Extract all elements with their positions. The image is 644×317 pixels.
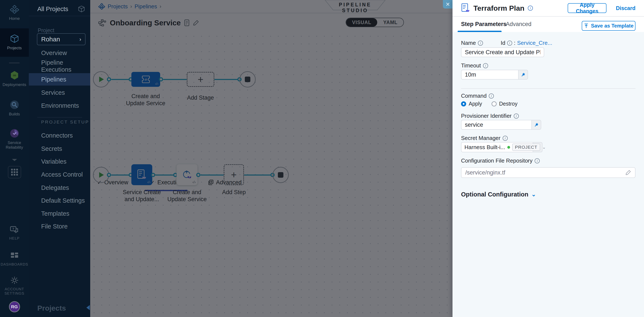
nav-builds-label: Builds <box>9 112 20 116</box>
nav-help[interactable]: ? HELP <box>0 226 29 241</box>
provisioner-identifier-input[interactable] <box>461 120 532 130</box>
info-icon[interactable]: i <box>483 63 488 68</box>
nav-collapse-modules[interactable] <box>0 158 29 162</box>
info-icon[interactable]: i <box>507 40 512 46</box>
sidebar-item-services[interactable]: Services <box>29 86 90 99</box>
nav-srm-label: ServiceReliability <box>6 140 23 150</box>
info-icon[interactable]: i <box>502 136 508 141</box>
drawer-tabs: Step Parameters Advanced Save as Templat… <box>452 17 644 32</box>
user-menu[interactable]: RG <box>0 301 29 312</box>
avatar[interactable]: RG <box>9 301 20 312</box>
provisioner-field-group <box>461 120 541 130</box>
config-file-repository-field[interactable]: /service/nginx.tf <box>461 167 636 178</box>
secret-manager-group: Harness Built-i... PROJECT ⌄ <box>461 142 542 152</box>
dashboards-icon <box>10 251 19 260</box>
radio-unselected-icon <box>492 101 497 106</box>
nav-projects-label: Projects <box>7 46 22 50</box>
chevron-down-icon: ⌄ <box>532 191 536 198</box>
svg-text:?: ? <box>12 227 14 230</box>
nav-deployments-label: Deployments <box>2 82 26 87</box>
save-as-template-button[interactable]: Save as Template <box>582 21 636 31</box>
nav-projects[interactable]: Projects <box>0 34 29 50</box>
divider <box>29 16 90 16</box>
sidebar-item-environments[interactable]: Environments <box>29 100 90 112</box>
info-icon[interactable]: i <box>514 114 519 118</box>
name-label: Namei <box>461 40 483 46</box>
terraform-plan-icon <box>461 3 470 13</box>
sidebar-item-access-control[interactable]: Access Control <box>29 168 90 181</box>
name-input[interactable] <box>461 47 544 57</box>
command-label: Commandi <box>461 92 494 99</box>
command-radio-group: Apply Destroy <box>461 101 518 107</box>
project-setup-header: PROJECT SETUP <box>41 120 89 124</box>
radio-selected-icon <box>461 101 466 106</box>
tab-advanced[interactable]: Advanced <box>506 21 532 28</box>
secret-manager-select[interactable]: Harness Built-i... PROJECT ⌄ <box>461 142 533 152</box>
sidebar-item-connectors[interactable]: Connectors <box>29 129 90 142</box>
step-id-link[interactable]: Service_Cre... <box>517 40 552 46</box>
project-selector[interactable]: Rohan › <box>37 33 86 45</box>
nav-account-label: ACCOUNTSETTINGS <box>4 287 24 296</box>
deployments-icon: ∞ <box>10 70 20 80</box>
cube-icon[interactable] <box>78 5 85 13</box>
help-chat-icon: ? <box>10 226 20 234</box>
pipeline-canvas: Projects › Pipelines › PIPELINE STUDIO O… <box>90 0 452 317</box>
nav-module-picker[interactable] <box>0 166 29 178</box>
module-nav: Home Projects ∞ Deployments <box>0 0 29 317</box>
timeout-input[interactable] <box>461 70 518 80</box>
tab-step-parameters[interactable]: Step Parameters <box>461 21 506 28</box>
nav-account-settings[interactable]: ACCOUNTSETTINGS <box>0 276 29 296</box>
projects-cube-icon <box>10 34 20 44</box>
sidebar-item-delegates[interactable]: Delegates <box>29 182 90 194</box>
drawer-close-button[interactable]: ✕ <box>443 0 453 8</box>
optional-configuration-toggle[interactable]: Optional Configuration ⌄ <box>461 191 536 198</box>
sidebar-item-secrets[interactable]: Secrets <box>29 142 90 155</box>
sidebar-item-variables[interactable]: Variables <box>29 155 90 168</box>
nav-service-reliability[interactable]: ServiceReliability <box>0 128 29 150</box>
all-projects-link[interactable]: All Projects <box>37 6 68 12</box>
nav-deployments[interactable]: ∞ Deployments <box>0 70 29 87</box>
sidebar-collapse-arrow[interactable] <box>86 305 90 310</box>
sidebar-item-default-settings[interactable]: Default Settings <box>29 194 90 207</box>
drawer-title: Terraform Plan <box>474 4 524 12</box>
edit-pencil-icon[interactable] <box>625 170 631 176</box>
nav-builds[interactable]: Builds <box>0 100 29 116</box>
chevron-down-icon: ⌄ <box>542 145 546 150</box>
gear-icon <box>10 276 19 285</box>
nav-dashboards[interactable]: DASHBOARDS <box>0 251 29 267</box>
connectivity-status-dot <box>507 146 510 149</box>
divider <box>37 117 82 118</box>
sidebar-item-pipelines[interactable]: Pipelines <box>29 73 90 86</box>
sidebar-item-pipeline-executions[interactable]: Pipeline Executions <box>29 60 90 72</box>
config-file-repository-label: Configuration File Repositoryi <box>461 158 540 164</box>
service-reliability-icon <box>10 128 20 138</box>
runtime-input-pin-button[interactable] <box>532 120 541 130</box>
info-icon[interactable]: i <box>478 40 483 46</box>
timeout-label: Timeouti <box>461 62 488 69</box>
grid-icon <box>8 166 21 178</box>
project-nav: All Projects Project Rohan › Overview Pi… <box>29 0 90 317</box>
secret-manager-label: Secret Manageri <box>461 135 508 142</box>
info-icon[interactable]: i <box>534 158 540 164</box>
discard-button[interactable]: Discard <box>616 5 636 11</box>
radio-apply[interactable]: Apply <box>461 101 482 107</box>
sidebar-item-overview[interactable]: Overview <box>29 47 90 59</box>
sidebar-item-templates[interactable]: Templates <box>29 207 90 220</box>
radio-destroy[interactable]: Destroy <box>492 101 518 107</box>
sidebar-item-file-store[interactable]: File Store <box>29 220 90 232</box>
step-config-drawer: Terraform Plan i Apply Changes Discard S… <box>452 0 644 317</box>
pin-icon <box>534 122 539 127</box>
drawer-header: Terraform Plan i Apply Changes Discard <box>452 0 644 17</box>
chevron-right-icon: › <box>79 36 81 43</box>
nav-home[interactable]: Home <box>0 5 29 21</box>
form-divider <box>461 88 636 89</box>
builds-icon <box>10 100 20 110</box>
home-icon <box>10 5 19 14</box>
drawer-backdrop-overlay[interactable] <box>90 0 452 317</box>
apply-changes-button[interactable]: Apply Changes <box>568 3 606 13</box>
step-id: Id i : Service_Cre... <box>501 40 552 46</box>
runtime-input-pin-button[interactable] <box>518 70 528 80</box>
projects-footer-label: Projects <box>37 304 66 312</box>
info-icon[interactable]: i <box>528 6 533 11</box>
info-icon[interactable]: i <box>489 94 494 98</box>
